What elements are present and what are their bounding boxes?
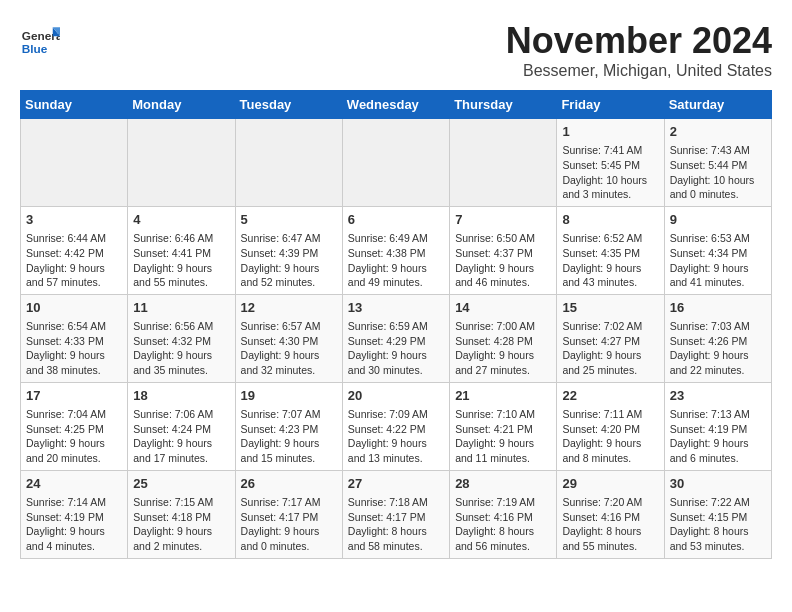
sunrise-text: Sunrise: 7:20 AM: [562, 495, 658, 510]
calendar-cell: 2Sunrise: 7:43 AMSunset: 5:44 PMDaylight…: [664, 119, 771, 207]
sunset-text: Sunset: 4:30 PM: [241, 334, 337, 349]
sunset-text: Sunset: 4:24 PM: [133, 422, 229, 437]
day-number: 21: [455, 387, 551, 405]
calendar-cell: 9Sunrise: 6:53 AMSunset: 4:34 PMDaylight…: [664, 206, 771, 294]
calendar-cell: 4Sunrise: 6:46 AMSunset: 4:41 PMDaylight…: [128, 206, 235, 294]
sunset-text: Sunset: 4:25 PM: [26, 422, 122, 437]
calendar-cell: [235, 119, 342, 207]
sunset-text: Sunset: 4:39 PM: [241, 246, 337, 261]
daylight-text: Daylight: 8 hours and 53 minutes.: [670, 524, 766, 553]
calendar-cell: 26Sunrise: 7:17 AMSunset: 4:17 PMDayligh…: [235, 470, 342, 558]
sunset-text: Sunset: 5:44 PM: [670, 158, 766, 173]
title-area: November 2024 Bessemer, Michigan, United…: [506, 20, 772, 80]
calendar-cell: 19Sunrise: 7:07 AMSunset: 4:23 PMDayligh…: [235, 382, 342, 470]
daylight-text: Daylight: 9 hours and 8 minutes.: [562, 436, 658, 465]
day-number: 13: [348, 299, 444, 317]
daylight-text: Daylight: 9 hours and 6 minutes.: [670, 436, 766, 465]
sunset-text: Sunset: 4:22 PM: [348, 422, 444, 437]
sunrise-text: Sunrise: 7:41 AM: [562, 143, 658, 158]
daylight-text: Daylight: 9 hours and 27 minutes.: [455, 348, 551, 377]
sunrise-text: Sunrise: 6:50 AM: [455, 231, 551, 246]
calendar-week-row: 24Sunrise: 7:14 AMSunset: 4:19 PMDayligh…: [21, 470, 772, 558]
day-number: 16: [670, 299, 766, 317]
calendar-cell: 30Sunrise: 7:22 AMSunset: 4:15 PMDayligh…: [664, 470, 771, 558]
sunset-text: Sunset: 4:23 PM: [241, 422, 337, 437]
sunrise-text: Sunrise: 7:10 AM: [455, 407, 551, 422]
calendar-cell: 12Sunrise: 6:57 AMSunset: 4:30 PMDayligh…: [235, 294, 342, 382]
day-number: 20: [348, 387, 444, 405]
daylight-text: Daylight: 9 hours and 52 minutes.: [241, 261, 337, 290]
sunset-text: Sunset: 4:26 PM: [670, 334, 766, 349]
logo: General Blue: [20, 20, 64, 60]
sunrise-text: Sunrise: 6:54 AM: [26, 319, 122, 334]
sunrise-text: Sunrise: 7:14 AM: [26, 495, 122, 510]
day-number: 7: [455, 211, 551, 229]
day-number: 29: [562, 475, 658, 493]
sunrise-text: Sunrise: 7:07 AM: [241, 407, 337, 422]
calendar-week-row: 1Sunrise: 7:41 AMSunset: 5:45 PMDaylight…: [21, 119, 772, 207]
sunrise-text: Sunrise: 6:53 AM: [670, 231, 766, 246]
daylight-text: Daylight: 9 hours and 32 minutes.: [241, 348, 337, 377]
calendar-cell: 16Sunrise: 7:03 AMSunset: 4:26 PMDayligh…: [664, 294, 771, 382]
day-number: 22: [562, 387, 658, 405]
sunset-text: Sunset: 4:28 PM: [455, 334, 551, 349]
sunrise-text: Sunrise: 7:22 AM: [670, 495, 766, 510]
calendar-week-row: 3Sunrise: 6:44 AMSunset: 4:42 PMDaylight…: [21, 206, 772, 294]
calendar-cell: 24Sunrise: 7:14 AMSunset: 4:19 PMDayligh…: [21, 470, 128, 558]
calendar-cell: 10Sunrise: 6:54 AMSunset: 4:33 PMDayligh…: [21, 294, 128, 382]
calendar-cell: 5Sunrise: 6:47 AMSunset: 4:39 PMDaylight…: [235, 206, 342, 294]
calendar-cell: 13Sunrise: 6:59 AMSunset: 4:29 PMDayligh…: [342, 294, 449, 382]
calendar-cell: 14Sunrise: 7:00 AMSunset: 4:28 PMDayligh…: [450, 294, 557, 382]
daylight-text: Daylight: 9 hours and 20 minutes.: [26, 436, 122, 465]
page-header: General Blue November 2024 Bessemer, Mic…: [20, 20, 772, 80]
day-number: 8: [562, 211, 658, 229]
day-number: 5: [241, 211, 337, 229]
calendar-cell: 22Sunrise: 7:11 AMSunset: 4:20 PMDayligh…: [557, 382, 664, 470]
daylight-text: Daylight: 9 hours and 41 minutes.: [670, 261, 766, 290]
weekday-header-wednesday: Wednesday: [342, 91, 449, 119]
calendar-cell: 28Sunrise: 7:19 AMSunset: 4:16 PMDayligh…: [450, 470, 557, 558]
sunset-text: Sunset: 4:18 PM: [133, 510, 229, 525]
sunrise-text: Sunrise: 6:59 AM: [348, 319, 444, 334]
calendar-cell: [450, 119, 557, 207]
calendar-cell: 17Sunrise: 7:04 AMSunset: 4:25 PMDayligh…: [21, 382, 128, 470]
sunrise-text: Sunrise: 7:09 AM: [348, 407, 444, 422]
daylight-text: Daylight: 9 hours and 38 minutes.: [26, 348, 122, 377]
sunset-text: Sunset: 4:37 PM: [455, 246, 551, 261]
day-number: 9: [670, 211, 766, 229]
day-number: 17: [26, 387, 122, 405]
sunrise-text: Sunrise: 7:04 AM: [26, 407, 122, 422]
calendar-cell: 1Sunrise: 7:41 AMSunset: 5:45 PMDaylight…: [557, 119, 664, 207]
sunset-text: Sunset: 4:32 PM: [133, 334, 229, 349]
calendar-cell: [342, 119, 449, 207]
day-number: 27: [348, 475, 444, 493]
calendar-cell: 27Sunrise: 7:18 AMSunset: 4:17 PMDayligh…: [342, 470, 449, 558]
sunrise-text: Sunrise: 7:03 AM: [670, 319, 766, 334]
calendar-cell: 7Sunrise: 6:50 AMSunset: 4:37 PMDaylight…: [450, 206, 557, 294]
weekday-header-monday: Monday: [128, 91, 235, 119]
calendar-cell: 15Sunrise: 7:02 AMSunset: 4:27 PMDayligh…: [557, 294, 664, 382]
calendar-cell: 23Sunrise: 7:13 AMSunset: 4:19 PMDayligh…: [664, 382, 771, 470]
sunset-text: Sunset: 4:34 PM: [670, 246, 766, 261]
day-number: 1: [562, 123, 658, 141]
daylight-text: Daylight: 9 hours and 15 minutes.: [241, 436, 337, 465]
sunset-text: Sunset: 4:27 PM: [562, 334, 658, 349]
sunrise-text: Sunrise: 7:11 AM: [562, 407, 658, 422]
sunrise-text: Sunrise: 7:15 AM: [133, 495, 229, 510]
sunset-text: Sunset: 4:17 PM: [348, 510, 444, 525]
day-number: 18: [133, 387, 229, 405]
sunset-text: Sunset: 4:21 PM: [455, 422, 551, 437]
sunrise-text: Sunrise: 6:44 AM: [26, 231, 122, 246]
day-number: 15: [562, 299, 658, 317]
day-number: 26: [241, 475, 337, 493]
month-title: November 2024: [506, 20, 772, 62]
calendar-cell: [128, 119, 235, 207]
sunrise-text: Sunrise: 6:47 AM: [241, 231, 337, 246]
calendar-cell: 21Sunrise: 7:10 AMSunset: 4:21 PMDayligh…: [450, 382, 557, 470]
weekday-header-tuesday: Tuesday: [235, 91, 342, 119]
daylight-text: Daylight: 9 hours and 30 minutes.: [348, 348, 444, 377]
calendar-cell: 3Sunrise: 6:44 AMSunset: 4:42 PMDaylight…: [21, 206, 128, 294]
sunset-text: Sunset: 4:19 PM: [26, 510, 122, 525]
daylight-text: Daylight: 9 hours and 57 minutes.: [26, 261, 122, 290]
day-number: 30: [670, 475, 766, 493]
